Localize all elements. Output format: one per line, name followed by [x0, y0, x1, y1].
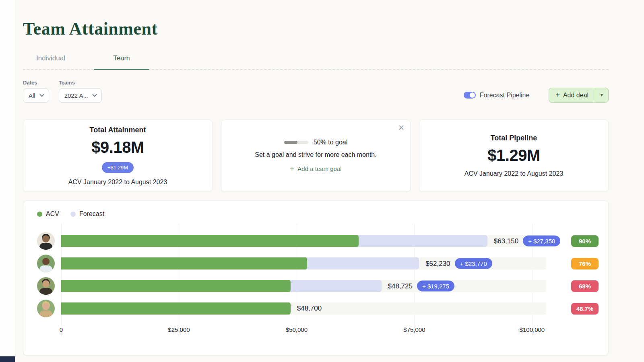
acv-value-label: $52,230 — [425, 259, 450, 267]
pipeline-card-title: Total Pipeline — [491, 134, 537, 142]
acv-value-label: $63,150 — [494, 237, 518, 245]
acv-legend-dot-icon — [37, 212, 42, 217]
total-attainment-card: Total Attainment $9.18M +$1.29M ACV Janu… — [23, 119, 213, 192]
forecast-pill: + $27,350 — [523, 236, 560, 247]
plus-icon: + — [555, 91, 560, 99]
add-team-goal-label: Add a team goal — [297, 165, 341, 172]
add-deal-menu-button[interactable]: ▼ — [595, 88, 608, 102]
attainment-badge: 68% — [571, 280, 599, 292]
table-row: $63,150 + $27,350 90% — [37, 230, 599, 252]
main-content: Team Attainment Individual Team Dates Al… — [15, 0, 609, 356]
avatar-cell — [37, 277, 61, 295]
pipeline-card-subtitle: ACV January 2022 to August 2023 — [464, 170, 564, 177]
team-goal-card: ✕ 50% to goal Set a goal and strive for … — [221, 119, 411, 192]
forecast-legend-dot-icon — [70, 212, 76, 217]
dates-filter-group: Dates All — [23, 80, 49, 103]
legend-item-acv: ACV — [37, 210, 59, 218]
tab-bar: Individual Team — [23, 54, 609, 70]
page-title: Team Attainment — [23, 0, 609, 39]
chevron-down-icon — [39, 92, 44, 97]
row-plot: $48,700 — [61, 302, 546, 315]
x-axis-tick-label: 0 — [60, 326, 63, 333]
acv-bar[interactable] — [61, 235, 359, 247]
attainment-delta-badge: +$1.29M — [102, 162, 134, 173]
teams-filter-label: Teams — [59, 80, 102, 86]
attainment-bar-chart-card: ACV Forecast $63,150 + $27,350 90% — [23, 200, 609, 356]
forecast-pill: + $19,275 — [417, 281, 454, 292]
x-axis-tick-label: $100,000 — [520, 326, 545, 333]
row-plot: $48,725 + $19,275 — [61, 280, 546, 292]
toolbar-right: Forecast Pipeline + Add deal ▼ — [464, 88, 609, 103]
app-left-rail — [0, 0, 15, 362]
forecast-pill: + $23,770 — [455, 258, 492, 269]
legend-item-forecast: Forecast — [70, 210, 104, 218]
filter-toolbar: Dates All Teams 2022 A... Forecast Pipel… — [23, 80, 609, 103]
teams-dropdown-value: 2022 A... — [64, 92, 88, 99]
x-axis-tick-label: $75,000 — [403, 326, 425, 333]
forecast-pipeline-toggle[interactable] — [464, 92, 476, 99]
tab-individual[interactable]: Individual — [23, 54, 78, 70]
avatar[interactable] — [37, 277, 55, 295]
acv-value-label: $48,700 — [297, 304, 322, 313]
row-labels: $63,150 + $27,350 — [494, 236, 561, 247]
badge-cell: 76% — [546, 258, 599, 269]
attainment-badge: 90% — [571, 235, 599, 247]
row-labels: $48,700 — [297, 304, 322, 313]
acv-value-label: $48,725 — [388, 282, 413, 290]
toggle-knob — [470, 93, 475, 98]
chart-rows: $63,150 + $27,350 90% $52,230 + $23,770 … — [37, 230, 599, 320]
row-plot: $52,230 + $23,770 — [61, 257, 546, 269]
add-team-goal-button[interactable]: + Add a team goal — [290, 165, 341, 173]
caret-down-icon: ▼ — [600, 93, 604, 97]
chart-legend: ACV Forecast — [37, 210, 599, 218]
legend-forecast-label: Forecast — [79, 210, 104, 218]
row-labels: $48,725 + $19,275 — [388, 281, 455, 292]
table-row: $48,700 48.7% — [37, 297, 599, 320]
avatar[interactable] — [37, 255, 55, 272]
attainment-card-title: Total Attainment — [90, 126, 146, 134]
legend-acv-label: ACV — [46, 210, 59, 218]
x-axis-tick-label: $25,000 — [168, 326, 190, 333]
avatar-cell — [37, 232, 61, 250]
acv-bar[interactable] — [61, 280, 291, 292]
teams-filter-group: Teams 2022 A... — [59, 80, 102, 103]
attainment-card-value: $9.18M — [91, 138, 144, 156]
table-row: $48,725 + $19,275 68% — [37, 275, 599, 297]
table-row: $52,230 + $23,770 76% — [37, 252, 599, 275]
add-deal-label: Add deal — [563, 92, 588, 99]
goal-progress-label: 50% to goal — [314, 139, 348, 146]
attainment-card-subtitle: ACV January 2022 to August 2023 — [68, 179, 167, 186]
pipeline-card-value: $1.29M — [487, 146, 540, 165]
row-plot: $63,150 + $27,350 — [61, 235, 546, 247]
avatar[interactable] — [37, 232, 55, 250]
dates-dropdown[interactable]: All — [23, 88, 49, 103]
avatar-cell — [37, 300, 61, 317]
total-pipeline-card: Total Pipeline $1.29M ACV January 2022 t… — [419, 119, 609, 192]
chevron-down-icon — [92, 92, 97, 97]
chart-x-axis: 0$25,000$50,000$75,000$100,000 — [61, 320, 546, 336]
x-axis-tick-label: $50,000 — [286, 326, 308, 333]
add-deal-button[interactable]: + Add deal — [549, 88, 595, 102]
dates-filter-label: Dates — [23, 80, 49, 86]
row-labels: $52,230 + $23,770 — [425, 258, 492, 269]
attainment-badge: 48.7% — [571, 303, 599, 315]
summary-cards: Total Attainment $9.18M +$1.29M ACV Janu… — [23, 119, 609, 192]
teams-dropdown[interactable]: 2022 A... — [59, 88, 102, 103]
goal-message: Set a goal and strive for more each mont… — [255, 151, 376, 158]
acv-bar[interactable] — [61, 302, 291, 315]
tab-team[interactable]: Team — [94, 54, 149, 70]
add-deal-split-button: + Add deal ▼ — [549, 88, 609, 103]
attainment-badge: 76% — [571, 258, 599, 269]
acv-bar[interactable] — [61, 257, 307, 269]
goal-progress-row: 50% to goal — [284, 139, 348, 146]
badge-cell: 48.7% — [546, 303, 599, 315]
avatar-cell — [37, 255, 61, 272]
forecast-pipeline-label: Forecast Pipeline — [480, 92, 530, 99]
avatar[interactable] — [37, 300, 55, 317]
badge-cell: 68% — [546, 280, 599, 292]
close-icon[interactable]: ✕ — [398, 124, 405, 132]
goal-progress-fill — [284, 141, 297, 144]
dates-dropdown-value: All — [29, 92, 35, 99]
goal-progress-bar — [284, 141, 308, 144]
rail-footer-accent — [0, 356, 15, 362]
